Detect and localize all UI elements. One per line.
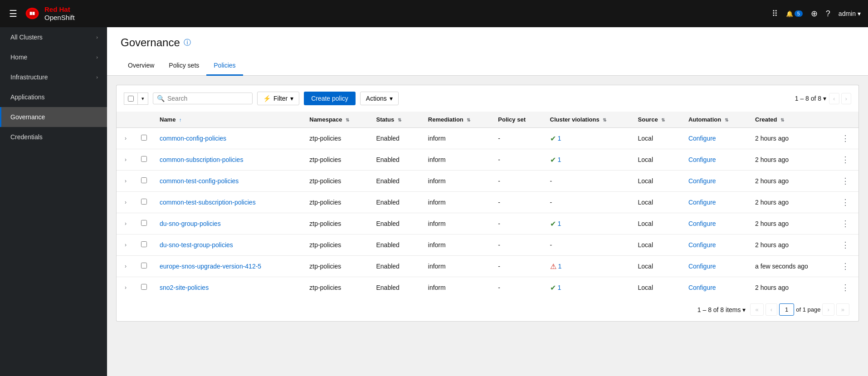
row-select-checkbox[interactable] [141,199,147,205]
status-value: Enabled [376,199,399,206]
row-expand-button[interactable]: › [123,198,128,206]
sidebar-item-governance[interactable]: Governance [0,107,107,127]
row-expand-button[interactable]: › [123,134,128,142]
row-expand-button[interactable]: › [123,283,128,292]
tab-policies[interactable]: Policies [206,56,243,76]
policy-name-link[interactable]: du-sno-group-policies [160,220,221,227]
tab-policy-sets[interactable]: Policy sets [161,56,206,76]
row-kebab-button[interactable]: ⋮ [839,154,852,166]
row-select-checkbox[interactable] [141,284,147,290]
pagination-prev-button[interactable]: ‹ [829,93,839,104]
col-header-automation[interactable]: Automation ⇅ [682,112,749,128]
actions-button[interactable]: Actions ▾ [360,92,399,105]
sidebar-item-applications[interactable]: Applications [0,87,107,107]
chevron-right-icon: › [96,74,98,80]
user-menu[interactable]: admin ▾ [839,10,861,17]
row-select-checkbox[interactable] [141,135,147,141]
filter-icon: ⚡ [263,95,271,102]
automation-configure-link[interactable]: Configure [688,199,716,206]
violation-none: - [550,199,552,206]
pagination-last-button[interactable]: » [836,303,849,316]
search-input[interactable] [167,95,249,102]
pagination-next-button[interactable]: › [841,93,851,104]
row-expand-button[interactable]: › [123,156,128,164]
created-value: 2 hours ago [755,199,789,206]
notifications-button[interactable]: 🔔 5 [786,10,803,17]
sortable-icon: ⇅ [725,117,728,122]
row-select-checkbox[interactable] [141,220,147,226]
page-title: Governance [121,36,180,49]
create-policy-button[interactable]: Create policy [304,92,356,105]
row-kebab-button[interactable]: ⋮ [839,175,852,187]
help-icon[interactable]: ? [826,9,830,19]
page-help-icon[interactable]: ⓘ [184,38,191,48]
select-all-checkbox-wrap[interactable] [124,93,137,105]
namespace-value: ztp-policies [309,284,341,291]
automation-configure-link[interactable]: Configure [688,241,716,249]
col-header-remediation[interactable]: Remediation ⇅ [422,112,492,128]
violation-count-link[interactable]: 1 [558,220,561,227]
automation-configure-link[interactable]: Configure [688,263,716,270]
row-kebab-button[interactable]: ⋮ [839,218,852,230]
filter-button[interactable]: ⚡ Filter ▾ [257,92,299,105]
automation-configure-link[interactable]: Configure [688,177,716,185]
pagination-next-button[interactable]: › [822,303,834,316]
grid-icon[interactable]: ⠿ [772,9,778,19]
col-header-source[interactable]: Source ⇅ [632,112,682,128]
tab-overview[interactable]: Overview [121,56,161,76]
violation-count-link[interactable]: 1 [558,284,561,291]
col-header-namespace[interactable]: Namespace ⇅ [303,112,370,128]
sidebar-item-infrastructure[interactable]: Infrastructure › [0,67,107,87]
violation-count-link[interactable]: 1 [558,263,562,270]
row-expand-button[interactable]: › [123,262,128,270]
policy-name-link[interactable]: du-sno-test-group-policies [160,241,233,249]
policy-name-link[interactable]: common-subscription-policies [160,156,243,163]
pagination-count[interactable]: 1 – 8 of 8 ▾ [795,95,826,102]
row-select-checkbox[interactable] [141,177,147,183]
policy-name-link[interactable]: common-test-config-policies [160,177,239,185]
tabs-navigation: Overview Policy sets Policies [121,56,854,75]
violation-ok-icon: ✔ [550,220,556,228]
violation-none: - [550,177,552,185]
violation-count-link[interactable]: 1 [558,135,561,142]
row-kebab-button[interactable]: ⋮ [839,260,852,272]
automation-configure-link[interactable]: Configure [688,135,716,142]
row-expand-button[interactable]: › [123,241,128,249]
row-select-checkbox[interactable] [141,263,147,269]
col-header-cluster-violations[interactable]: Cluster violations ⇅ [544,112,632,128]
violation-count-link[interactable]: 1 [558,156,561,163]
top-navigation: ☰ Red Hat OpenShift ⠿ 🔔 5 ⊕ ? admin ▾ [0,0,868,27]
sortable-icon: ⇅ [346,117,349,122]
policy-name-link[interactable]: sno2-site-policies [160,284,209,291]
sidebar-item-home[interactable]: Home › [0,47,107,67]
col-header-created[interactable]: Created ⇅ [749,112,832,128]
select-all-checkbox[interactable] [128,96,134,102]
row-expand-button[interactable]: › [123,177,128,185]
sidebar-item-credentials[interactable]: Credentials [0,127,107,147]
policy-name-link[interactable]: common-config-policies [160,135,226,142]
pagination-prev-button[interactable]: ‹ [766,303,777,316]
row-select-checkbox[interactable] [141,156,147,162]
policy-name-link[interactable]: common-test-subscription-policies [160,199,256,206]
row-expand-button[interactable]: › [123,220,128,228]
col-header-status[interactable]: Status ⇅ [370,112,421,128]
add-icon[interactable]: ⊕ [811,9,818,19]
policy-name-link[interactable]: europe-snos-upgrade-version-412-5 [160,263,261,270]
automation-configure-link[interactable]: Configure [688,284,716,291]
col-header-name[interactable]: Name ↑ [153,112,303,128]
row-select-checkbox[interactable] [141,241,147,247]
row-kebab-button[interactable]: ⋮ [839,132,852,144]
row-kebab-button[interactable]: ⋮ [839,282,852,293]
row-kebab-button[interactable]: ⋮ [839,239,852,251]
source-value: Local [638,241,653,249]
hamburger-button[interactable]: ☰ [7,6,19,21]
row-kebab-button[interactable]: ⋮ [839,196,852,208]
current-page-number[interactable]: 1 [779,303,794,316]
bottom-pagination-info[interactable]: 1 – 8 of 8 items ▾ [697,306,746,313]
sidebar-item-all-clusters[interactable]: All Clusters › [0,27,107,47]
automation-configure-link[interactable]: Configure [688,220,716,227]
pagination-first-button[interactable]: « [750,303,763,316]
pagination-dropdown-icon: ▾ [823,95,826,102]
automation-configure-link[interactable]: Configure [688,156,716,163]
select-dropdown-button[interactable]: ▾ [137,93,148,105]
